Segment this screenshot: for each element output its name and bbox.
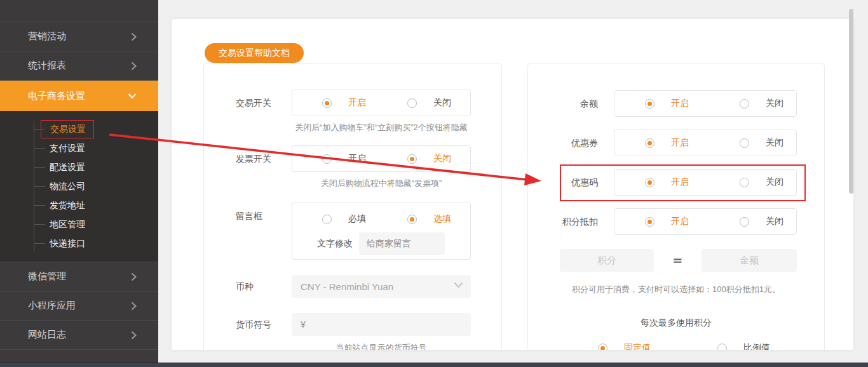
invoice-switch-label: 发票开关 <box>204 145 292 172</box>
sidebar-submenu: 交易设置 支付设置 配送设置 物流公司 发货地址 地区管理 快递接口 <box>0 111 158 262</box>
radio-label: 关闭 <box>433 153 451 164</box>
sidebar-item-wechat[interactable]: 微信管理 <box>0 262 158 291</box>
message-optional-radio[interactable]: 选填 <box>407 213 451 225</box>
vertical-scrollbar[interactable] <box>849 9 853 194</box>
sidebar-item-label: 小程序应用 <box>28 300 76 312</box>
message-box-row: 留言框 必填 选填 文字修改 <box>204 203 501 260</box>
sidebar-item-miniprogram[interactable]: 小程序应用 <box>0 291 158 321</box>
chevron-right-icon <box>131 62 137 70</box>
message-required-radio[interactable]: 必填 <box>322 213 366 225</box>
max-points-title: 每次最多使用积分 <box>528 317 824 329</box>
coupon-code-on-radio[interactable]: 开启 <box>645 177 689 188</box>
coupon-group: 开启 关闭 <box>614 130 797 156</box>
sidebar-item-label: 微信管理 <box>28 270 66 283</box>
message-box-label: 留言框 <box>204 203 292 260</box>
radio-label: 固定值 <box>624 342 651 350</box>
trade-switch-help: 关闭后“加入购物车”和“立刻购买”2个按钮将隐藏 <box>292 122 471 133</box>
submenu-item-region-management[interactable]: 地区管理 <box>0 215 158 234</box>
coupon-code-label: 优惠码 <box>528 169 614 196</box>
currency-select[interactable]: CNY - Renminbi Yuan <box>292 275 471 298</box>
radio-label: 选填 <box>433 213 451 225</box>
submenu-item-express-interface[interactable]: 快递接口 <box>0 234 158 253</box>
equals-sign: ＝ <box>654 248 702 272</box>
trade-settings-card: 交易开关 开启 关闭 关闭后“加入购物车”和“立刻购买”2个按钮将隐藏 发票开关 <box>203 63 502 350</box>
sidebar: 营销活动 统计报表 电子商务设置 交易设置 支付设置 配送设置 物流公司 发货地… <box>0 0 158 363</box>
max-points-group: 固定值 比例值 <box>528 342 824 350</box>
radio-icon <box>717 344 727 350</box>
help-doc-button[interactable]: 交易设置帮助文档 <box>205 43 304 63</box>
radio-label: 开启 <box>671 216 689 227</box>
submenu-item-shipping-address[interactable]: 发货地址 <box>0 196 158 215</box>
coupon-label: 优惠券 <box>528 130 614 156</box>
window-bottom-edge <box>0 363 868 367</box>
sidebar-top-spacer <box>0 0 158 22</box>
points-input[interactable] <box>560 249 654 272</box>
message-text-input[interactable] <box>359 232 445 255</box>
radio-icon <box>598 344 607 350</box>
submenu-item-label: 支付设置 <box>50 143 85 153</box>
radio-icon <box>645 99 654 109</box>
radio-icon <box>322 215 332 224</box>
submenu-item-delivery-settings[interactable]: 配送设置 <box>0 157 158 177</box>
currency-symbol-label: 货币符号 <box>204 313 292 336</box>
submenu-item-trade-settings[interactable]: 交易设置 <box>0 119 158 138</box>
radio-icon <box>407 154 417 164</box>
invoice-switch-help: 关闭后购物流程中将隐藏“发票项” <box>292 178 471 189</box>
sidebar-item-label: 网站日志 <box>28 329 66 341</box>
coupon-off-radio[interactable]: 关闭 <box>740 137 783 149</box>
text-edit-label: 文字修改 <box>317 238 353 250</box>
points-rate-row: ＝ <box>560 248 824 272</box>
trade-switch-off-radio[interactable]: 关闭 <box>407 97 451 109</box>
amount-input[interactable] <box>702 249 797 272</box>
sidebar-item-ecommerce-settings[interactable]: 电子商务设置 <box>0 81 158 111</box>
currency-row: 币种 CNY - Renminbi Yuan <box>204 275 501 298</box>
sidebar-item-label: 统计报表 <box>28 60 66 72</box>
chevron-right-icon <box>131 32 137 41</box>
fixed-value-radio[interactable]: 固定值 <box>598 342 651 350</box>
radio-icon <box>740 178 749 187</box>
coupon-code-row: 优惠码 开启 关闭 <box>528 169 824 196</box>
points-deduct-group: 开启 关闭 <box>614 208 797 235</box>
submenu-item-label: 地区管理 <box>50 219 85 229</box>
balance-label: 余额 <box>528 90 614 117</box>
ratio-value-radio[interactable]: 比例值 <box>717 342 770 350</box>
radio-icon <box>740 138 749 148</box>
sidebar-item-marketing[interactable]: 营销活动 <box>0 22 158 51</box>
submenu-item-payment-settings[interactable]: 支付设置 <box>0 138 158 157</box>
submenu-item-logistics-company[interactable]: 物流公司 <box>0 177 158 196</box>
chevron-right-icon <box>131 272 137 281</box>
radio-icon <box>407 98 417 108</box>
coupon-code-off-radio[interactable]: 关闭 <box>740 177 783 188</box>
radio-label: 开启 <box>671 177 689 188</box>
balance-row: 余额 开启 关闭 <box>528 90 824 117</box>
invoice-switch-off-radio[interactable]: 关闭 <box>407 153 451 164</box>
sidebar-item-reports[interactable]: 统计报表 <box>0 51 158 81</box>
balance-on-radio[interactable]: 开启 <box>645 98 689 109</box>
invoice-switch-on-radio[interactable]: 开启 <box>322 153 366 164</box>
radio-icon <box>407 215 417 224</box>
trade-switch-on-radio[interactable]: 开启 <box>322 97 366 109</box>
points-deduct-on-radio[interactable]: 开启 <box>645 216 689 227</box>
currency-symbol-input[interactable] <box>292 313 471 336</box>
radio-label: 关闭 <box>766 137 783 149</box>
radio-label: 关闭 <box>766 177 783 188</box>
submenu-item-label: 快递接口 <box>50 238 85 248</box>
radio-label: 开启 <box>671 98 689 109</box>
radio-label: 关闭 <box>433 97 451 109</box>
coupon-on-radio[interactable]: 开启 <box>645 137 689 149</box>
submenu-item-label: 发货地址 <box>50 200 85 210</box>
points-deduct-row: 积分抵扣 开启 关闭 <box>528 208 824 235</box>
radio-icon <box>322 154 332 164</box>
currency-label: 币种 <box>204 275 292 298</box>
invoice-switch-group: 开启 关闭 <box>292 145 471 172</box>
invoice-switch-row: 发票开关 开启 关闭 <box>204 145 501 172</box>
submenu-item-label: 物流公司 <box>50 181 85 191</box>
sidebar-item-site-logs[interactable]: 网站日志 <box>0 321 158 350</box>
radio-label: 关闭 <box>766 98 783 109</box>
annotation-red-box-sidebar: 交易设置 <box>41 120 94 138</box>
radio-label: 开启 <box>348 97 366 109</box>
points-deduct-off-radio[interactable]: 关闭 <box>740 216 783 227</box>
balance-off-radio[interactable]: 关闭 <box>740 98 783 109</box>
radio-icon <box>645 138 654 148</box>
radio-label: 关闭 <box>766 216 783 227</box>
